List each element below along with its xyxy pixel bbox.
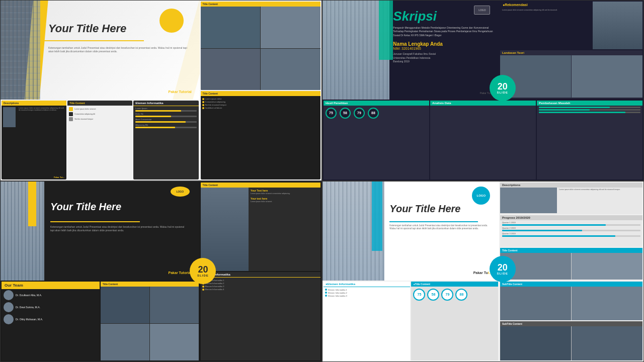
q1-check-1: Lorem ipsum dolor (202, 98, 319, 100)
q1-img-1 (201, 7, 261, 48)
q4-prog-bars: Quarter 1 2019 Quarter 2 2019 Quarter 3 … (500, 220, 642, 239)
q2-bottom-panels: Hasil Penelitian 75 58 79 88 Analisis Da… (323, 100, 643, 180)
q2-content: Skripsi Pengaruh Menggunakan Metode Pemb… (393, 9, 496, 64)
q1-check-list: Lorem ipsum dolor Consectetur adipiscing… (201, 96, 320, 111)
q3-title: Your Title Here (50, 201, 121, 213)
q2-landasan-imgs (500, 55, 642, 97)
q2-title: Skripsi (393, 9, 496, 24)
q4-ei-item-1: Elemen Informatika 1 (325, 289, 409, 291)
q3-avatar-1 (4, 290, 14, 300)
q4-badge-word: SLIDE (497, 272, 508, 275)
q3-ei-list: Elemen Informatika 1 Elemen Informatika … (201, 278, 320, 293)
q2-prog (537, 106, 642, 115)
q4-ei-item-2: Elemen Informatika 2 (325, 292, 409, 294)
q1-desc-img (3, 107, 16, 127)
q3-rt-label: Your Text here (251, 189, 319, 192)
q4-brand: Pakar Tut... (473, 271, 492, 275)
q3-tc-img-2 (150, 287, 199, 323)
q3-rt-content: Your Text here Lorem ipsum dolor sit ame… (249, 188, 320, 271)
q2-analisis-header: Analisis Data (430, 101, 536, 106)
q2-rekomendasi-panel: ●Rekomendasi Lorem ipsum dolor sit amet … (500, 2, 642, 49)
q3-brand: Pakar Tutorial (169, 271, 192, 275)
q1-building (1, 1, 40, 100)
q2-analisis-panel: Analisis Data (430, 101, 536, 179)
q1-slide-header-1: Title Content (201, 2, 320, 7)
q1-brand: Pakar Tutorial (169, 90, 192, 94)
q4-stat-4: 88 (455, 289, 467, 301)
q3-ei-header: Elemen Informatika (201, 272, 320, 278)
quadrant-3: LOGO Your Title Here Keterangan tambahan… (0, 181, 322, 362)
q1-check-4: Incididunt ut labore (202, 107, 319, 109)
q1-img-4 (261, 49, 320, 90)
q4-stats-row: 75 58 79 88 (411, 287, 498, 303)
q3-tc-bottom-imgs (101, 287, 199, 360)
q4-rb1-img-2 (572, 287, 642, 321)
q1-slide-title-icons: Title Content Lorem ipsum dolor sit amet… (67, 101, 132, 179)
q4-bottom-panels: ●Elemen Informatika Elemen Informatika 1… (323, 281, 499, 361)
q3-title-content-bottom: Title Content (101, 282, 199, 360)
quadrant-1: Your Title Here Keterangan tambahan untu… (0, 0, 322, 181)
q3-ei-item-1: Elemen Informatika 1 (202, 279, 319, 282)
q3-rt-body-2: Lorem ipsum dolor sit amet. (251, 201, 319, 203)
q3-tc-bottom-header: Title Content (101, 282, 199, 287)
q3-right-elemen: Elemen Informatika Elemen Informatika 1 … (201, 272, 320, 360)
q3-main-slide: LOGO Your Title Here Keterangan tambahan… (1, 182, 200, 281)
q1-yellow-circle (159, 9, 184, 33)
q4-desc-content: Lorem ipsum dolor sit amet consectetur a… (500, 188, 642, 213)
q4-right-bottom-panels: SubTitle Content SubTitle Content (499, 281, 643, 361)
q2-landasan-header: Landasan Teori (500, 50, 642, 55)
q3-bottom-slides: Our Team Dr. Dzulkasri Alka, M.A. Dr. De… (1, 281, 200, 361)
q3-badge-number: 20 (198, 265, 208, 274)
q3-accent (28, 182, 36, 226)
q1-img-3 (201, 49, 261, 90)
q1-check-2: Consectetur adipiscing (202, 101, 319, 103)
q3-member-name-3: Dr. Okky Muhasan, M.A. (16, 318, 43, 321)
q3-our-team-header: Our Team (2, 282, 100, 289)
q2-stat-2: 58 (340, 108, 351, 119)
q2-stat-4: 88 (368, 108, 379, 119)
q2-badge-word: SLIDE (497, 91, 508, 94)
q3-accent-bar (50, 221, 140, 222)
q2-hasil-panel: Hasil Penelitian 75 58 79 88 (324, 101, 429, 179)
q2-stat-3: 79 (354, 108, 365, 119)
q2-subtitle: Pengaruh Menggunakan Metode Pembelajaran… (393, 26, 496, 38)
q4-progress-panel: Progress 2019/2020 Quarter 1 2019 Quarte… (500, 215, 642, 247)
quadrant-4: LOGO Your Title Here Keterangan tambahan… (322, 181, 644, 362)
q3-building (1, 182, 44, 281)
q2-university: Jurusan Geografi Fakultas Ilmu SosialUni… (393, 52, 496, 64)
q4-rt-imgs (500, 253, 642, 280)
q3-team-member-2: Dr. Dewi Sukma, M.A. (2, 301, 100, 313)
q3-rt-label-2: Your text here (251, 197, 319, 200)
q3-right-slides: Title Content Your Text here Lorem ipsum… (200, 182, 321, 361)
q3-member-name-2: Dr. Dewi Sukma, M.A. (16, 306, 40, 309)
q4-stat-2: 58 (427, 289, 439, 301)
q3-ei-item-2: Elemen Informatika 2 (202, 282, 319, 285)
q4-rt-header: Title Content (500, 248, 642, 253)
q4-title-stats-panel: ●Title Content 75 58 79 88 (411, 282, 498, 360)
q2-rekom-img (593, 2, 642, 49)
q1-desc-header: Descriptions (2, 101, 66, 106)
q1-bottom-slides: Descriptions Lorem ipsum dolor sit amet … (1, 100, 200, 180)
q3-logo: LOGO (171, 187, 190, 197)
q4-rb-panel-2: SubTitle Content (500, 321, 642, 360)
quadrant-2: LOGO Skripsi Pengaruh Menggunakan Metode… (322, 0, 644, 181)
q4-rb1-img-1 (500, 287, 571, 321)
q3-team-member-1: Dr. Dzulkasri Alka, M.A. (2, 289, 100, 301)
q4-desc-panel: Descriptions Lorem ipsum dolor sit amet … (500, 183, 642, 214)
q4-blue-accent (372, 182, 382, 251)
q3-our-team-slide: Our Team Dr. Dzulkasri Alka, M.A. Dr. De… (2, 282, 100, 360)
q3-rt-header: Title Content (201, 183, 320, 188)
q3-right-title: Title Content Your Text here Lorem ipsum… (201, 183, 320, 271)
q3-team-member-3: Dr. Okky Muhasan, M.A. (2, 313, 100, 325)
q4-ei-bottom-header: ●Elemen Informatika (324, 282, 410, 287)
q1-prog-bars: Lorem Ipsum Dolor Sit Amet Consectetur A… (133, 106, 198, 130)
q2-stat-1: 75 (326, 108, 337, 119)
q4-rb2-img-1 (500, 326, 571, 360)
q4-desc: Keterangan tambahan untuk Judul Presenta… (389, 224, 492, 231)
q2-right-panels: ●Rekomendasi Lorem ipsum dolor sit amet … (499, 1, 643, 100)
q2-pembahasan-header: Pembahasan Masalah (537, 101, 642, 106)
q4-rb2-header: SubTitle Content (500, 321, 642, 326)
q3-tc-img-3 (101, 324, 149, 360)
q1-slide-title-content-2: Title Content Lorem ipsum dolor Consecte… (201, 91, 320, 179)
q4-ts-header: ●Title Content (411, 282, 498, 287)
